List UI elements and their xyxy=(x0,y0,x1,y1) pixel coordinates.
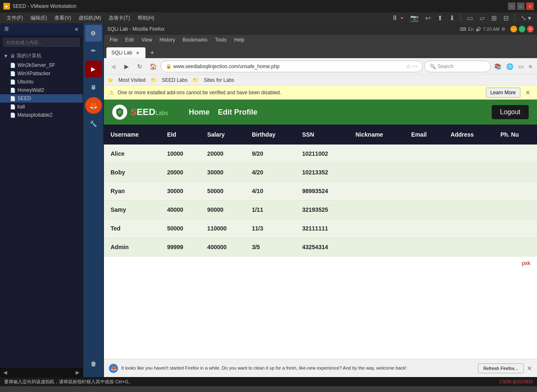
vm-edit-icon-btn[interactable]: ✏ xyxy=(85,42,102,59)
vm-monitor-icon-btn[interactable]: 🖥 xyxy=(85,79,102,96)
ff-url-bar[interactable]: 🔒 www.seedlabsqlinjection.com/unsafe_hom… xyxy=(160,61,423,72)
get-from-button[interactable]: ⬇ xyxy=(447,12,457,24)
bookmark-most-visited[interactable]: Most Visited xyxy=(115,76,149,84)
csdn-watermark: CSDN @2023815 xyxy=(500,380,533,384)
refresh-firefox-button[interactable]: Refresh Firefox... xyxy=(478,363,524,373)
cell-nickname xyxy=(349,238,405,257)
notification-close-icon[interactable]: ✕ xyxy=(527,365,532,372)
tree-item-kali[interactable]: 📄 kali xyxy=(0,103,83,111)
send-to-button[interactable]: ⬆ xyxy=(435,12,445,24)
ff-close-button[interactable]: ✕ xyxy=(527,26,534,32)
folder-icon-1: 📁 xyxy=(150,77,157,83)
maximize-button[interactable]: □ xyxy=(517,2,525,10)
normal-view-button[interactable]: ▭ xyxy=(464,12,475,24)
logo-s: S xyxy=(131,107,137,117)
vm-tree: ▼ 🖥 我的计算机 📄 Win2kServer_SF 📄 WinXPattack… xyxy=(0,49,83,368)
tree-item-label: Metasploitable2 xyxy=(17,112,52,118)
unity-button[interactable]: ⊟ xyxy=(501,12,511,24)
ff-search-box[interactable]: 🔍 Search xyxy=(424,61,491,72)
cell-eid: 10000 xyxy=(160,145,201,163)
nav-edit-profile[interactable]: Edit Profile xyxy=(218,108,257,117)
ff-maximize-button[interactable]: □ xyxy=(519,26,525,32)
close-button[interactable]: ✕ xyxy=(526,2,534,10)
ff-menu-icon[interactable]: ≡ xyxy=(527,61,534,71)
cell-email xyxy=(404,182,444,201)
bookmark-sites-for-labs[interactable]: Sites for Labs xyxy=(200,76,237,84)
tree-item-win2k[interactable]: 📄 Win2kServer_SF xyxy=(0,61,83,69)
ff-menu-bookmarks[interactable]: Bookmarks xyxy=(179,36,211,44)
pause-button[interactable]: ⏸ ▾ xyxy=(389,12,406,23)
nav-home[interactable]: Home xyxy=(189,108,209,117)
file-icon: 📄 xyxy=(10,71,16,76)
menu-edit[interactable]: 编辑(E) xyxy=(27,13,50,23)
sidebar-close-icon[interactable]: ✕ xyxy=(74,27,79,32)
vm-power-icon-btn[interactable]: ⚙ xyxy=(85,25,102,42)
ff-menu-history[interactable]: History xyxy=(156,36,178,44)
menu-vm[interactable]: 虚拟机(M) xyxy=(75,13,104,23)
cell-salary: 30000 xyxy=(201,163,245,182)
bookmark-seed-labs[interactable]: SEED Labs xyxy=(158,76,191,84)
sidebar-forward-button[interactable]: ▶ xyxy=(76,370,79,375)
expand-button[interactable]: ⤡ ▾ xyxy=(518,12,534,24)
ff-menu-file[interactable]: File xyxy=(106,36,121,44)
menu-file[interactable]: 文件(F) xyxy=(3,13,26,23)
menu-tabs[interactable]: 选项卡(T) xyxy=(105,13,133,23)
tree-item-honeywall[interactable]: 📄 HoneyWall2 xyxy=(0,86,83,94)
tree-item-metasploitable[interactable]: 📄 Metasploitable2 xyxy=(0,111,83,119)
ff-home-button[interactable]: 🏠 xyxy=(147,61,159,72)
tree-group-mycomputer[interactable]: ▼ 🖥 我的计算机 xyxy=(0,51,83,61)
ff-menu-tools[interactable]: Tools xyxy=(212,36,230,44)
logout-button[interactable]: Logout xyxy=(492,105,529,119)
cell-username: Samy xyxy=(104,201,160,219)
status-text: 要将输入定向到该虚拟机，请将鼠标指针移入其中或按 Ctrl+G。 xyxy=(4,379,133,385)
ff-tab-sqlilab[interactable]: SQLi Lab ✕ xyxy=(106,47,145,58)
toolbar-separator xyxy=(461,14,461,22)
fullscreen-button[interactable]: ⊞ xyxy=(489,12,499,24)
ff-globe-icon[interactable]: 🌐 xyxy=(505,61,515,71)
vm-trash-icon-btn[interactable]: 🗑 xyxy=(85,355,102,372)
vm-tools-icon-btn[interactable]: 🔧 xyxy=(85,115,102,132)
warning-close-icon[interactable]: ✕ xyxy=(524,88,532,97)
volume-icon: 🔊 xyxy=(475,27,481,32)
menu-view[interactable]: 查看(V) xyxy=(51,13,74,23)
tab-view-button[interactable]: ▱ xyxy=(477,12,487,24)
cell-salary: 90000 xyxy=(201,201,245,219)
snapshot-button[interactable]: 📷 xyxy=(408,12,421,24)
ff-sidebar-icon[interactable]: ▭ xyxy=(517,61,525,71)
vm-browser-icon-btn[interactable]: 🦊 xyxy=(85,97,102,114)
more-icon[interactable]: ⋯ xyxy=(412,64,417,69)
ff-new-tab-button[interactable]: + xyxy=(146,47,158,58)
revert-button[interactable]: ↩ xyxy=(423,12,433,24)
ff-url-actions: ☆ ⋯ xyxy=(406,64,417,69)
tree-item-label: SEED xyxy=(17,96,31,101)
menu-help[interactable]: 帮助(H) xyxy=(134,13,158,23)
vm-red-icon-btn[interactable]: ▶ xyxy=(85,61,102,77)
minimize-button[interactable]: ─ xyxy=(508,2,515,10)
seed-navbar: SEEDLabs Home Edit Profile Logout xyxy=(104,100,537,125)
learn-more-button[interactable]: Learn More xyxy=(486,88,520,98)
ff-menu-help[interactable]: Help xyxy=(231,36,248,44)
logo-labs: Labs xyxy=(155,110,168,116)
ff-reload-button[interactable]: ↻ xyxy=(134,61,145,72)
ff-window-controls: ⌨ En 🔊 7:20 AM ⚙ ─ □ ✕ xyxy=(460,26,534,32)
logo-eed: EED xyxy=(137,107,155,117)
bookmark-star-icon[interactable]: ☆ xyxy=(406,64,411,69)
tab-close-icon[interactable]: ✕ xyxy=(135,50,140,56)
ff-menu-edit[interactable]: Edit xyxy=(122,36,137,44)
ff-sync-icon[interactable]: 📚 xyxy=(493,61,503,71)
cell-email xyxy=(404,201,444,219)
sidebar-back-button[interactable]: ◀ xyxy=(3,370,7,375)
tree-item-ubuntu[interactable]: 📄 Ubuntu xyxy=(0,78,83,86)
tree-item-seed[interactable]: 📄 SEED xyxy=(0,94,83,103)
ff-back-button[interactable]: ◀ xyxy=(107,61,119,72)
cell-birthday: 4/10 xyxy=(245,182,296,201)
search-placeholder: Search xyxy=(438,64,453,69)
ff-menu-view[interactable]: View xyxy=(138,36,155,44)
ff-minimize-button[interactable]: ─ xyxy=(510,26,517,32)
ff-forward-button[interactable]: ▶ xyxy=(121,61,132,72)
table-row: Ted 50000 110000 11/3 32111111 xyxy=(104,219,537,238)
sidebar-search-input[interactable] xyxy=(3,38,79,47)
tree-item-winxp[interactable]: 📄 WinXPattacker xyxy=(0,69,83,78)
col-nickname: Nickname xyxy=(349,125,405,145)
cell-eid: 20000 xyxy=(160,163,201,182)
